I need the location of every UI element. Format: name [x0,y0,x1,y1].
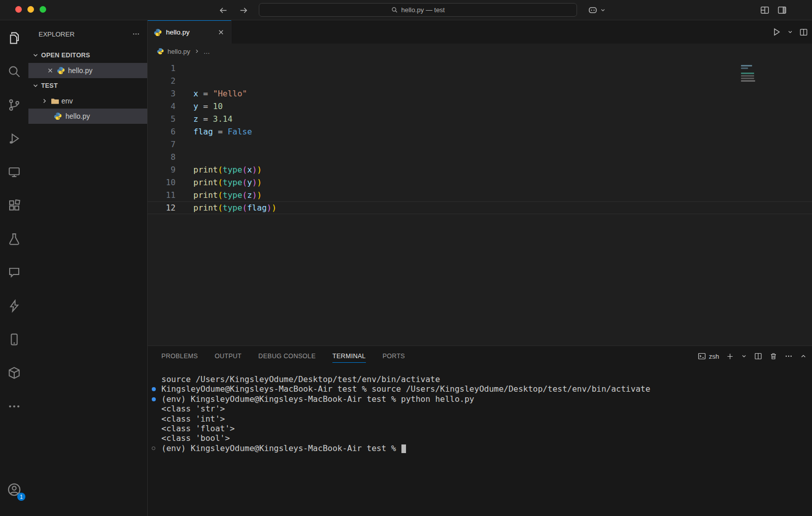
open-editor-file-label: hello.py [68,66,92,75]
close-window-button[interactable] [15,6,22,13]
folder-icon [51,97,59,106]
line-number[interactable]: 12 [148,201,176,214]
command-decoration-icon[interactable] [152,446,155,450]
panel-tab-terminal[interactable]: TERMINAL [332,346,366,366]
explorer-sidebar: EXPLORER OPEN EDITORS hello.py [28,20,147,516]
env-folder-label: env [61,97,73,105]
activity-bar: 1 [0,20,28,516]
copilot-icon [588,5,598,15]
terminal-instance-chip[interactable]: zsh [698,352,719,360]
panel-tab-ports[interactable]: PORTS [383,346,405,366]
code-line-5[interactable]: 5z = 3.14 [148,113,812,125]
copilot-menu[interactable] [588,0,606,20]
line-number[interactable]: 7 [148,138,176,151]
terminal-line-2: KingsleyOdume@Kingsleys-MacBook-Air test… [161,384,812,394]
editor-tab-bar: hello.py [148,20,812,44]
command-decoration-icon[interactable] [152,397,156,401]
line-number[interactable]: 10 [148,176,176,189]
tree-item-hello-py[interactable]: hello.py [28,109,147,124]
panel-more-actions-icon[interactable] [785,352,793,360]
testing-icon[interactable] [2,227,26,251]
window-controls [15,6,46,13]
shell-label: zsh [709,353,719,360]
terminal-line-5: <class 'int'> [161,414,812,424]
line-number[interactable]: 3 [148,87,176,100]
code-line-1[interactable]: 1 [148,62,812,75]
line-number[interactable]: 1 [148,62,176,75]
new-terminal-icon[interactable] [726,353,734,360]
remote-explorer-icon[interactable] [2,160,26,184]
python-file-icon [54,112,62,120]
minimize-window-button[interactable] [27,6,34,13]
terminal-line-7: <class 'bool'> [161,433,812,443]
line-number[interactable]: 11 [148,189,176,201]
titlebar: hello.py — test [0,0,812,20]
code-line-6[interactable]: 6flag = False [148,125,812,138]
terminal-content[interactable]: source /Users/KingsleyOdume/Desktop/test… [148,366,812,516]
line-number[interactable]: 8 [148,151,176,163]
maximize-panel-icon[interactable] [800,353,807,360]
code-line-2[interactable]: 2 [148,75,812,87]
more-views-icon[interactable] [2,394,26,419]
account-icon[interactable]: 1 [2,477,26,502]
line-number[interactable]: 5 [148,113,176,125]
line-number[interactable]: 9 [148,163,176,176]
panel-header: PROBLEMSOUTPUTDEBUG CONSOLETERMINALPORTS… [148,346,812,366]
line-content: print(type(x)) [176,163,262,176]
run-dropdown-chevron-icon[interactable] [787,29,793,35]
code-line-3[interactable]: 3x = "Hello" [148,87,812,100]
code-editor[interactable]: 123x = "Hello"4y = 105z = 3.146flag = Fa… [148,59,812,346]
source-control-icon[interactable] [2,93,26,117]
chevron-down-icon [31,82,40,90]
back-arrow-icon[interactable] [219,6,228,15]
command-decoration-icon[interactable] [152,387,156,391]
terminal-cursor [401,444,406,453]
docker-icon[interactable] [2,361,26,385]
terminal-profile-chevron-icon[interactable] [741,353,747,359]
toggle-panel-layout-icon[interactable] [777,6,787,15]
explorer-icon[interactable] [2,26,26,50]
open-editors-section-header[interactable]: OPEN EDITORS [28,48,147,63]
breadcrumb-symbol[interactable]: … [204,48,210,55]
line-number[interactable]: 4 [148,100,176,113]
extensions-icon[interactable] [2,193,26,218]
command-center-search[interactable]: hello.py — test [259,3,577,17]
kill-terminal-icon[interactable] [769,352,777,360]
panel-tab-debug-console[interactable]: DEBUG CONSOLE [258,346,316,366]
tab-hello-py[interactable]: hello.py [148,20,231,44]
line-number[interactable]: 2 [148,75,176,87]
open-editors-label: OPEN EDITORS [41,52,90,59]
mobile-preview-icon[interactable] [2,327,26,352]
vscode-window: hello.py — test [0,0,812,516]
run-debug-icon[interactable] [2,126,26,151]
code-line-9[interactable]: 9print(type(x)) [148,163,812,176]
customize-layout-icon[interactable] [760,6,769,15]
close-editor-icon[interactable] [47,67,54,74]
thunder-client-icon[interactable] [2,294,26,318]
explorer-title: EXPLORER [39,30,75,38]
tree-item-env-folder[interactable]: env [28,93,147,109]
zoom-window-button[interactable] [40,6,46,13]
line-number[interactable]: 6 [148,125,176,138]
code-line-4[interactable]: 4y = 10 [148,100,812,113]
open-editor-hello-py[interactable]: hello.py [28,63,147,78]
code-line-12[interactable]: 12print(type(flag)) [148,201,812,214]
minimap[interactable] [741,65,756,83]
code-line-8[interactable]: 8 [148,151,812,163]
workspace-section-header[interactable]: TEST [28,78,147,93]
explorer-more-actions-icon[interactable] [132,30,140,38]
panel-tab-output[interactable]: OUTPUT [215,346,242,366]
live-preview-icon[interactable] [2,260,26,285]
split-editor-icon[interactable] [799,28,808,37]
code-line-7[interactable]: 7 [148,138,812,151]
chevron-down-icon [600,7,606,13]
search-view-icon[interactable] [2,59,26,84]
run-python-file-button[interactable] [772,27,781,37]
breadcrumb-file[interactable]: hello.py [167,48,190,55]
code-line-10[interactable]: 10print(type(y)) [148,176,812,189]
tab-close-icon[interactable] [217,28,225,36]
panel-tab-problems[interactable]: PROBLEMS [161,346,198,366]
forward-arrow-icon[interactable] [239,6,248,15]
code-line-11[interactable]: 11print(type(z)) [148,189,812,201]
split-terminal-icon[interactable] [754,352,762,360]
